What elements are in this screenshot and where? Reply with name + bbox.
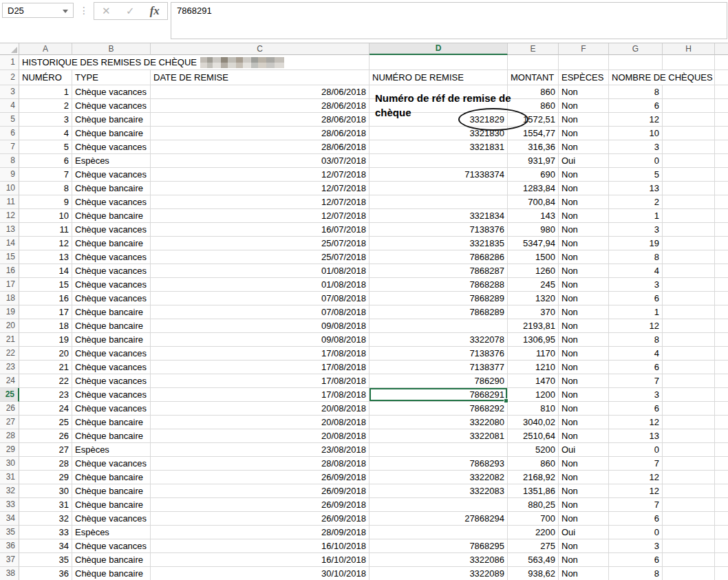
cell-numero[interactable]: 22 [19,374,72,388]
cell-numero[interactable]: 21 [19,361,72,374]
cell-numero[interactable]: 23 [19,388,72,402]
cell-numero[interactable]: 26 [19,429,72,443]
cell-montant[interactable]: 370 [508,305,559,319]
cell-date[interactable]: 17/08/2018 [151,388,370,402]
cell-numero[interactable]: 33 [19,526,72,539]
cell-montant[interactable]: 316,36 [508,140,559,154]
cell-montant[interactable]: 245 [508,278,559,292]
column-header-e[interactable]: E [508,43,559,55]
cell-date[interactable]: 01/08/2018 [151,264,370,278]
cell-numero[interactable]: 35 [19,553,72,567]
cell-remise[interactable]: 3322089 [370,567,508,580]
cell-numero[interactable]: 1 [19,85,72,99]
cell-empty[interactable] [715,374,728,388]
cell-empty[interactable] [715,127,728,140]
cell-especes[interactable]: Non [559,539,609,553]
cell-nombre[interactable]: 6 [609,512,663,526]
cell-date[interactable]: 26/09/2018 [151,498,370,512]
cell-empty[interactable] [715,457,728,471]
cell-empty[interactable] [715,333,728,347]
cell-especes[interactable]: Non [559,127,609,140]
cell-numero[interactable]: 9 [19,195,72,209]
cell-type[interactable]: Chèque bancaire [72,471,151,484]
cell-empty[interactable] [663,140,715,154]
cell-empty[interactable] [715,305,728,319]
cell-montant[interactable]: 2200 [508,526,559,539]
cell-empty[interactable] [663,223,715,237]
row-header[interactable]: 23 [0,361,19,374]
cell-date[interactable]: 28/06/2018 [151,140,370,154]
cell-nombre[interactable]: 13 [609,429,663,443]
cell-empty[interactable] [715,154,728,168]
cell-nombre[interactable]: 12 [609,484,663,498]
cell-nombre[interactable]: 6 [609,292,663,305]
cell-type[interactable]: Chèque bancaire [72,498,151,512]
cell-type[interactable]: Chèque vacances [72,85,151,99]
cell-type[interactable]: Chèque vacances [72,512,151,526]
cell-especes[interactable]: Non [559,195,609,209]
cell-especes[interactable]: Non [559,416,609,429]
cell-empty[interactable] [715,471,728,484]
row-header[interactable]: 18 [0,292,19,305]
cell-empty[interactable] [715,361,728,374]
cell-montant[interactable]: 1554,77 [508,127,559,140]
cell-date[interactable]: 26/09/2018 [151,512,370,526]
cell-nombre[interactable]: 3 [609,388,663,402]
cell-remise[interactable]: 7868291 [370,388,508,402]
cell-type[interactable]: Chèque bancaire [72,182,151,195]
cell-date[interactable]: 25/07/2018 [151,250,370,264]
cell-empty[interactable] [663,512,715,526]
column-header-partial[interactable] [715,43,728,55]
row-header[interactable]: 35 [0,526,19,539]
cell-montant[interactable]: 1306,95 [508,333,559,347]
cell-empty[interactable] [715,416,728,429]
cell-empty[interactable] [715,264,728,278]
cell-empty[interactable] [715,237,728,250]
cell-nombre[interactable]: 1 [609,209,663,223]
cell-type[interactable]: Chèque bancaire [72,484,151,498]
row-header[interactable]: 29 [0,443,19,457]
cell-especes[interactable]: Non [559,264,609,278]
cell-remise[interactable]: 3322078 [370,333,508,347]
cell-numero[interactable]: 3 [19,113,72,127]
cell-nombre[interactable]: 0 [609,526,663,539]
cell-empty[interactable] [715,182,728,195]
cell-numero[interactable]: 2 [19,99,72,113]
header-date[interactable]: DATE DE REMISE [151,70,370,85]
row-header[interactable]: 13 [0,223,19,237]
cell-especes[interactable]: Non [559,429,609,443]
header-type[interactable]: TYPE [72,70,151,85]
cell-numero[interactable]: 14 [19,264,72,278]
cell-nombre[interactable]: 7 [609,457,663,471]
cell-empty[interactable] [663,388,715,402]
cell-type[interactable]: Chèque vacances [72,278,151,292]
cell-remise[interactable] [370,526,508,539]
header-montant[interactable]: MONTANT [508,70,559,85]
cell-remise[interactable] [370,319,508,333]
cell-especes[interactable]: Non [559,333,609,347]
cell-empty[interactable] [715,85,728,99]
cell-nombre[interactable]: 1 [609,305,663,319]
cell-empty[interactable] [663,443,715,457]
cell-numero[interactable]: 18 [19,319,72,333]
cell-montant[interactable]: 2510,64 [508,429,559,443]
cell-date[interactable]: 17/08/2018 [151,374,370,388]
cell-montant[interactable]: 931,97 [508,154,559,168]
cell-remise[interactable]: 7868289 [370,305,508,319]
cell-numero[interactable]: 30 [19,484,72,498]
row-header[interactable]: 17 [0,278,19,292]
annotation-ellipse[interactable] [458,108,528,131]
cell-remise[interactable] [370,195,508,209]
cell-type[interactable]: Chèque vacances [72,223,151,237]
cell-especes[interactable]: Non [559,168,609,182]
row-header[interactable]: 4 [0,99,19,113]
cell-especes[interactable]: Non [559,113,609,127]
cell-numero[interactable]: 16 [19,292,72,305]
cell-especes[interactable]: Non [559,374,609,388]
cell-especes[interactable]: Non [559,292,609,305]
cell-nombre[interactable]: 3 [609,278,663,292]
cell-nombre[interactable]: 2 [609,195,663,209]
cell-date[interactable]: 28/09/2018 [151,526,370,539]
cell-nombre[interactable]: 5 [609,168,663,182]
cell-remise[interactable]: 7868293 [370,457,508,471]
